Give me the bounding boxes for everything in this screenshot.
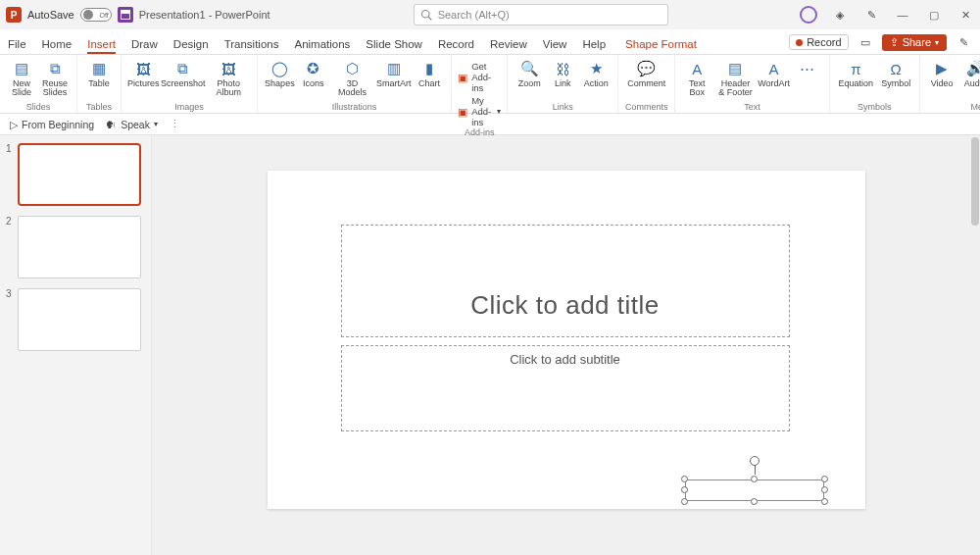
svg-line-1 [428, 17, 431, 20]
resize-handle[interactable] [821, 498, 828, 505]
search-icon [420, 9, 432, 21]
tab-insert[interactable]: Insert [87, 38, 116, 54]
speak-icon: 🗣 [106, 119, 117, 130]
tab-draw[interactable]: Draw [131, 38, 158, 54]
title-placeholder[interactable]: Click to add title [341, 225, 790, 337]
vertical-scrollbar[interactable] [968, 135, 980, 555]
subtitle-placeholder[interactable]: Click to add subtitle [341, 345, 790, 431]
diamond-icon[interactable]: ◈ [831, 6, 849, 24]
selected-shape[interactable] [685, 479, 824, 501]
group-text: AText Box ▤Header & Footer AWordArt ⋯ Te… [675, 55, 829, 113]
group-images: 🖼Pictures ⧉Screenshot 🖼Photo Album Image… [122, 55, 258, 113]
ribbon: ▤New Slide ⧉Reuse Slides Slides ▦Table T… [0, 55, 980, 114]
3d-models-button[interactable]: ⬡3D Models [331, 57, 374, 98]
chart-button[interactable]: ▮Chart [414, 57, 445, 88]
resize-handle[interactable] [751, 498, 758, 505]
search-input[interactable]: Search (Alt+Q) [414, 4, 668, 25]
from-beginning-button[interactable]: ▷From Beginning [10, 119, 94, 130]
minimize-button[interactable]: — [894, 6, 911, 24]
slide-thumbnail-pane[interactable]: 1 2 3 [0, 135, 152, 555]
record-button[interactable]: Record [789, 34, 848, 50]
resize-handle[interactable] [681, 476, 688, 482]
action-button[interactable]: ★Action [580, 57, 612, 88]
group-symbols: πEquation ΩSymbol Symbols [830, 55, 921, 113]
screenshot-button[interactable]: ⧉Screenshot [162, 57, 205, 88]
maximize-button[interactable]: ▢ [925, 6, 943, 24]
group-addins: ▣Get Add-ins ▣My Add-ins ▾ Add-ins [452, 55, 508, 113]
ribbon-tabs: File Home Insert Draw Design Transitions… [0, 29, 980, 55]
tab-record[interactable]: Record [438, 38, 474, 54]
header-footer-button[interactable]: ▤Header & Footer [714, 57, 756, 98]
resize-handle[interactable] [821, 486, 828, 493]
tab-slideshow[interactable]: Slide Show [366, 38, 422, 54]
thumbnail-2[interactable]: 2 [6, 216, 141, 278]
link-button[interactable]: ⛓Link [547, 57, 578, 88]
resize-handle[interactable] [681, 498, 688, 505]
comments-pane-icon[interactable]: ✎ [955, 33, 972, 51]
thumbnail-1[interactable]: 1 [6, 143, 141, 206]
search-placeholder: Search (Alt+Q) [438, 9, 510, 21]
record-dot-icon [796, 39, 803, 46]
tab-transitions[interactable]: Transitions [224, 38, 279, 54]
thumbnail-image [18, 143, 141, 206]
pen-icon[interactable]: ✎ [862, 6, 880, 24]
main-area: 1 2 3 Click to add title Click to add su… [0, 135, 980, 555]
account-icon[interactable] [800, 6, 817, 24]
group-slides: ▤New Slide ⧉Reuse Slides Slides [0, 55, 77, 113]
tab-design[interactable]: Design [173, 38, 209, 54]
svg-point-0 [421, 11, 429, 19]
group-media: ▶Video 🔊Audio ⏺Screen Recording Media [920, 55, 980, 113]
group-illustrations: ◯Shapes ✪Icons ⬡3D Models ▥SmartArt ▮Cha… [258, 55, 452, 113]
table-button[interactable]: ▦Table [83, 57, 115, 88]
text-more-button[interactable]: ⋯ [792, 57, 823, 78]
share-button[interactable]: ⇪Share▾ [882, 34, 947, 51]
rotate-handle-icon[interactable] [750, 456, 760, 466]
thumbnail-3[interactable]: 3 [6, 288, 141, 351]
speak-button[interactable]: 🗣Speak ▾ [106, 119, 158, 130]
comment-button[interactable]: 💬Comment [624, 57, 668, 88]
icons-button[interactable]: ✪Icons [298, 57, 329, 88]
play-icon: ▷ [10, 119, 18, 130]
group-comments: 💬Comment Comments [618, 55, 675, 113]
reuse-slides-button[interactable]: ⧉Reuse Slides [39, 57, 71, 98]
autosave-label: AutoSave [27, 9, 74, 21]
group-links: 🔍Zoom ⛓Link ★Action Links [508, 55, 618, 113]
shapes-button[interactable]: ◯Shapes [264, 57, 296, 88]
close-button[interactable]: ✕ [956, 6, 974, 24]
tab-home[interactable]: Home [42, 38, 73, 54]
photo-album-button[interactable]: 🖼Photo Album [207, 57, 251, 98]
zoom-button[interactable]: 🔍Zoom [514, 57, 545, 88]
present-icon[interactable]: ▭ [857, 33, 874, 51]
pictures-button[interactable]: 🖼Pictures [127, 57, 160, 88]
tab-shape-format[interactable]: Shape Format [625, 38, 697, 54]
title-bar: P AutoSave Off Presentation1 - PowerPoin… [0, 0, 980, 29]
save-icon[interactable] [118, 7, 133, 23]
autosave-toggle[interactable]: Off [80, 8, 112, 22]
resize-handle[interactable] [821, 476, 828, 482]
get-addins-button[interactable]: ▣Get Add-ins [458, 61, 501, 93]
group-tables: ▦Table Tables [77, 55, 122, 113]
chevron-down-icon: ▾ [154, 120, 158, 128]
tab-view[interactable]: View [543, 38, 567, 54]
resize-handle[interactable] [751, 476, 758, 482]
thumbnail-image [18, 288, 141, 351]
tab-review[interactable]: Review [490, 38, 527, 54]
new-slide-button[interactable]: ▤New Slide [6, 57, 37, 98]
slide[interactable]: Click to add title Click to add subtitle [268, 171, 865, 509]
tab-animations[interactable]: Animations [294, 38, 350, 54]
video-button[interactable]: ▶Video [926, 57, 957, 88]
equation-button[interactable]: πEquation [836, 57, 877, 88]
text-box-button[interactable]: AText Box [681, 57, 712, 98]
wordart-button[interactable]: AWordArt [759, 57, 790, 88]
tab-file[interactable]: File [8, 38, 26, 54]
resize-handle[interactable] [681, 486, 688, 493]
powerpoint-logo-icon: P [6, 7, 22, 23]
qat-overflow-icon[interactable]: ⋮ [170, 118, 180, 130]
audio-button[interactable]: 🔊Audio [959, 57, 980, 88]
scrollbar-thumb[interactable] [971, 137, 979, 226]
symbol-button[interactable]: ΩSymbol [878, 57, 913, 88]
slide-canvas-area[interactable]: Click to add title Click to add subtitle [152, 135, 980, 555]
tab-help[interactable]: Help [582, 38, 606, 54]
smartart-button[interactable]: ▥SmartArt [375, 57, 412, 88]
my-addins-button[interactable]: ▣My Add-ins ▾ [458, 95, 501, 127]
